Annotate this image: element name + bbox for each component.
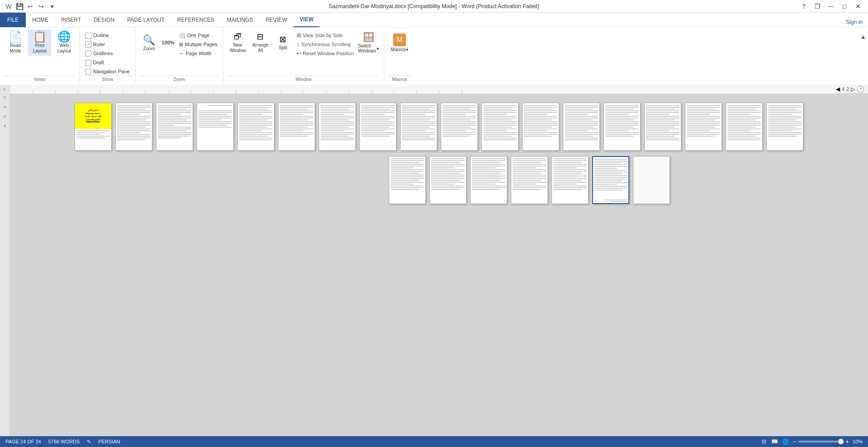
pl	[687, 130, 710, 131]
window-small-buttons: ⊞ View Side by Side ↕ Synchronous Scroll…	[295, 29, 356, 57]
language[interactable]: PERSIAN	[98, 439, 120, 444]
p18c	[767, 103, 803, 150]
reset-window-position-button[interactable]: ↩ Reset Window Position	[295, 49, 356, 57]
close-button[interactable]: ✕	[852, 2, 864, 11]
draft-checkbox[interactable]: Draft	[84, 58, 132, 67]
switch-windows-button[interactable]: 🪟 SwitchWindows ▾	[357, 29, 380, 56]
pl	[117, 116, 151, 117]
layout-view-icon[interactable]: ⊟	[760, 438, 768, 445]
navigation-pane-checkbox[interactable]: Navigation Pane	[84, 67, 132, 76]
document-page-20[interactable]	[429, 156, 467, 204]
document-page-11[interactable]	[481, 103, 519, 151]
zoom-thumb[interactable]	[838, 439, 844, 444]
ribbon-collapse-button[interactable]: ❐	[811, 2, 824, 11]
tab-references[interactable]: REFERENCES	[171, 13, 221, 27]
undo-button[interactable]: ↩	[25, 1, 35, 11]
tab-file[interactable]: FILE	[0, 13, 26, 27]
ribbon-collapse-arrow[interactable]: ▲	[858, 31, 868, 42]
tab-view[interactable]: VIEW	[293, 13, 320, 27]
web-view-status-icon[interactable]: 🌐	[782, 438, 789, 445]
pl	[158, 130, 186, 131]
document-page-9[interactable]	[400, 103, 437, 151]
pl	[565, 138, 598, 138]
document-page-16[interactable]	[685, 103, 722, 151]
document-page-7[interactable]	[319, 103, 356, 151]
nav-check-icon	[85, 69, 91, 75]
print-layout-button[interactable]: 📋 PrintLayout	[28, 29, 52, 56]
tab-page-layout[interactable]: PAGE LAYOUT	[121, 13, 171, 27]
page-nav-prev[interactable]: ◀	[836, 86, 840, 92]
ruler-checkbox[interactable]: Ruler	[84, 40, 132, 48]
document-page-14[interactable]	[604, 103, 641, 151]
pl	[565, 107, 598, 108]
document-page-12[interactable]	[522, 103, 559, 151]
word-icon[interactable]: W	[4, 1, 14, 11]
document-page-3[interactable]	[156, 103, 193, 151]
gridlines-checkbox[interactable]: Gridlines	[84, 49, 132, 57]
pl	[117, 112, 151, 113]
document-page-19[interactable]	[389, 156, 426, 204]
zoom-out-icon[interactable]: −	[793, 438, 797, 445]
p3c	[156, 103, 193, 150]
document-page-4[interactable]	[197, 103, 234, 151]
outline-checkbox[interactable]: Outline	[84, 31, 132, 39]
split-button[interactable]: ⊠ Split	[272, 29, 294, 56]
save-button[interactable]: 💾	[14, 1, 24, 11]
pl	[280, 118, 313, 119]
page-nav-next[interactable]: ▷	[851, 86, 855, 92]
document-page-10[interactable]	[441, 103, 478, 151]
customize-quick-access[interactable]: ▾	[47, 1, 57, 11]
web-layout-button[interactable]: 🌐 WebLayout	[52, 29, 76, 56]
pl	[239, 116, 273, 117]
document-page-22[interactable]	[511, 156, 548, 204]
redo-button[interactable]: ↪	[36, 1, 46, 11]
arrange-all-button[interactable]: ⊟ ArrangeAll	[250, 29, 271, 56]
document-content-area[interactable]: تحقیق آنلاینEdghaphenlove.irجامع - بی‌تی…	[10, 94, 868, 447]
multiple-pages-button[interactable]: ⊞ Multiple Pages	[177, 40, 219, 48]
tab-mailings[interactable]: MAILINGS	[221, 13, 259, 27]
read-mode-button[interactable]: 📄 ReadMode	[4, 29, 27, 56]
zoom-track[interactable]	[798, 441, 844, 442]
macros-button[interactable]: M Macros ▾	[388, 29, 411, 56]
document-page-empty[interactable]	[633, 156, 670, 204]
document-page-24-last[interactable]	[592, 156, 629, 204]
pl	[687, 123, 720, 124]
zoom-in-icon[interactable]: +	[845, 438, 849, 445]
pl	[472, 187, 505, 188]
page-width-button[interactable]: ↔ Page Width	[177, 49, 219, 57]
help-button[interactable]: ?	[797, 2, 810, 11]
document-page-17[interactable]	[726, 103, 763, 151]
tab-design[interactable]: DESIGN	[87, 13, 121, 27]
zoom-100-button[interactable]: 100%	[160, 29, 176, 56]
tab-review[interactable]: REVIEW	[259, 13, 293, 27]
document-page-21[interactable]	[470, 156, 507, 204]
document-page-5[interactable]	[237, 103, 274, 151]
pl	[208, 105, 232, 106]
pl	[431, 178, 465, 179]
one-page-button[interactable]: ⬜ One Page	[177, 31, 219, 39]
zoom-percent[interactable]: 10%	[853, 439, 863, 444]
view-side-by-side-button[interactable]: ⊞ View Side by Side	[295, 31, 356, 39]
tab-insert[interactable]: INSERT	[55, 13, 87, 27]
split-icon: ⊠	[279, 34, 286, 44]
signin-link[interactable]: Sign in	[840, 17, 868, 27]
document-page-23[interactable]	[552, 156, 589, 204]
pl	[513, 187, 546, 188]
pl	[117, 136, 151, 137]
new-window-button[interactable]: 🗗 NewWindow	[227, 29, 249, 56]
status-edit-icon[interactable]: ✎	[87, 439, 91, 445]
sync-scrolling-button[interactable]: ↕ Synchronous Scrolling	[295, 40, 356, 48]
restore-button[interactable]: □	[838, 2, 851, 11]
document-page-8[interactable]	[359, 103, 396, 151]
minimize-button[interactable]: ─	[825, 2, 837, 11]
tab-home[interactable]: HOME	[26, 13, 55, 27]
document-page-6[interactable]	[278, 103, 315, 151]
zoom-button[interactable]: 🔍 Zoom	[139, 29, 159, 56]
document-page-cover[interactable]: تحقیق آنلاینEdghaphenlove.irجامع - بی‌تی…	[75, 103, 112, 151]
zoom-slider[interactable]: − +	[793, 438, 849, 445]
document-page-13[interactable]	[563, 103, 600, 151]
document-page-18[interactable]	[766, 103, 803, 151]
document-page-2[interactable]	[115, 103, 152, 151]
read-view-icon[interactable]: 📖	[771, 438, 778, 445]
document-page-15[interactable]	[644, 103, 681, 151]
